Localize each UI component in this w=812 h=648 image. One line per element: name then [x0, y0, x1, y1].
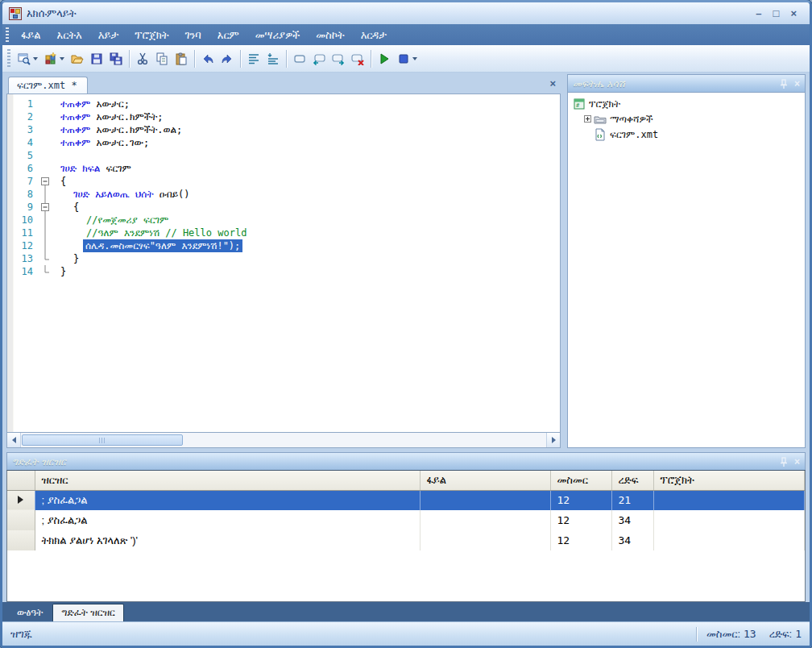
tree-item-0[interactable]: #ፕሮጀክት	[570, 96, 803, 111]
status-line-label: መስመር:	[706, 628, 740, 641]
toolbar-grip	[7, 49, 10, 68]
save-button[interactable]	[88, 48, 106, 69]
menu-item-0[interactable]: ፋይል	[13, 27, 49, 44]
status-column-label: ረድፍ:	[769, 628, 792, 641]
pin-icon[interactable]	[780, 79, 788, 89]
close-panel-icon[interactable]: ×	[794, 79, 800, 89]
error-col-0[interactable]: ዝርዝር	[35, 471, 420, 490]
error-col-4[interactable]: ፕሮጀክት	[653, 471, 805, 490]
status-ready: ዝግጁ	[10, 628, 32, 641]
error-row-2[interactable]: ትክክል ያልሆነ አገላለጽ ')'1234	[7, 530, 805, 550]
format-selection-button[interactable]	[264, 48, 282, 69]
save-all-button[interactable]	[107, 48, 125, 69]
fold-margin	[39, 98, 51, 110]
code-line[interactable]: 12ሰሌዳ.መስመርፃፍ"ዓለም እንደምነሽ!");	[7, 239, 560, 252]
line-number: 13	[7, 252, 39, 265]
line-number: 1	[7, 98, 39, 110]
toggle-bookmark-button[interactable]	[291, 48, 309, 69]
error-row-0[interactable]: ; ያስፈልጋል1221	[7, 490, 805, 510]
line-number: 14	[7, 265, 39, 278]
code-text: }	[51, 265, 66, 278]
open-file-button[interactable]	[68, 48, 86, 69]
paste-button[interactable]	[172, 48, 190, 69]
error-col-3[interactable]: ረድፍ	[611, 471, 653, 490]
format-document-button[interactable]	[245, 48, 263, 69]
scroll-right-icon[interactable]	[546, 433, 560, 447]
dropdown-caret-icon[interactable]	[33, 57, 38, 60]
fold-margin	[39, 162, 51, 175]
copy-button[interactable]	[153, 48, 171, 69]
code-line[interactable]: 10//የመጀመሪያ ፍርገም	[7, 214, 560, 226]
maximize-button-icon[interactable]: □	[773, 7, 780, 20]
menu-item-4[interactable]: ገንባ	[177, 27, 209, 44]
menu-item-3[interactable]: ፕሮጀክት	[126, 27, 176, 44]
code-text: ገሀድ አይለወጤ ህሰት ዐብይ()	[51, 188, 190, 201]
code-line[interactable]: 2ተጠቀም አውታር.ክምችት;	[7, 110, 560, 123]
title-bar: አክሱምላይት – □ ×	[2, 2, 810, 24]
next-bookmark-button[interactable]	[329, 48, 347, 69]
minimize-button-icon[interactable]: –	[756, 7, 761, 20]
editor-tab[interactable]: ፍርገም.xmt *	[8, 77, 88, 93]
status-line-value: 13	[744, 628, 756, 640]
horizontal-scrollbar[interactable]	[6, 433, 561, 448]
code-line[interactable]: 8ገሀድ አይለወጤ ህሰት ዐብይ()	[7, 188, 560, 201]
dropdown-caret-icon[interactable]	[60, 57, 64, 60]
error-row-1[interactable]: ; ያስፈልጋል1234	[7, 510, 805, 530]
code-line[interactable]: 4ተጠቀም አውታር.ገው;	[7, 136, 560, 149]
fold-margin	[39, 149, 51, 162]
menu-item-7[interactable]: መስኮት	[308, 27, 352, 44]
menu-item-8[interactable]: እርዳታ	[353, 27, 395, 44]
fold-margin	[39, 188, 51, 201]
main-area: ፍርገም.xmt * × 1ተጠቀም አውታር;2ተጠቀም አውታር.ክምችት;…	[2, 73, 810, 451]
menu-item-6[interactable]: መሣሪያዎች	[247, 27, 309, 44]
clear-bookmarks-button[interactable]	[349, 48, 367, 69]
previous-bookmark-button[interactable]	[310, 48, 328, 69]
code-line[interactable]: 5	[7, 149, 560, 162]
dropdown-caret-icon[interactable]	[412, 57, 417, 60]
tree-item-2[interactable]: ፍርገም.xmt	[570, 127, 803, 142]
menu-item-1[interactable]: አርትእ	[49, 27, 90, 44]
stop-button[interactable]	[395, 48, 420, 69]
scroll-left-icon[interactable]	[7, 433, 21, 447]
cut-button[interactable]	[134, 48, 151, 69]
code-line[interactable]: 14}	[7, 265, 560, 278]
menu-item-2[interactable]: እይታ	[90, 27, 126, 44]
add-new-item-button[interactable]	[42, 48, 67, 69]
status-bar: ዝግጁ መስመር: 13 ረድፍ: 1	[2, 621, 810, 646]
fold-toggle-icon[interactable]	[39, 201, 51, 214]
close-panel-icon[interactable]: ×	[794, 457, 800, 467]
code-text: }	[51, 252, 79, 265]
code-line[interactable]: 11//ዓለም እንደምነሽ // Hello world	[7, 226, 560, 239]
tree-expander-icon[interactable]	[584, 115, 591, 123]
code-text: ተጠቀም አውታር.ክምችት.ወል;	[51, 123, 182, 136]
code-editor[interactable]: 1ተጠቀም አውታር;2ተጠቀም አውታር.ክምችት;3ተጠቀም አውታር.ክም…	[6, 93, 561, 433]
tree-item-1[interactable]: ማጣቀሻዎች	[570, 111, 803, 127]
code-line[interactable]: 3ተጠቀም አውታር.ክምችት.ወል;	[7, 123, 560, 136]
tool-window-tab-0[interactable]: ውፅዓት	[9, 604, 51, 621]
redo-button[interactable]	[218, 48, 236, 69]
app-icon	[9, 7, 22, 20]
start-run-button[interactable]	[375, 48, 393, 69]
code-line[interactable]: 13}	[7, 252, 560, 265]
fold-toggle-icon[interactable]	[39, 175, 51, 188]
undo-button[interactable]	[199, 48, 217, 69]
code-text: //የመጀመሪያ ፍርገም	[51, 214, 168, 226]
code-line[interactable]: 6ገሀድ ክፍል ፍርገም	[7, 162, 560, 175]
error-list-header: ግድፈት ዝርዝር ×	[6, 452, 806, 470]
view-designer-button[interactable]	[15, 48, 40, 69]
code-text: ሰሌዳ.መስመርፃፍ"ዓለም እንደምነሽ!");	[51, 239, 242, 252]
scrollbar-thumb[interactable]	[22, 434, 183, 446]
error-col-1[interactable]: ፋይል	[420, 471, 550, 490]
code-file-icon	[594, 128, 607, 141]
tool-window-tab-1[interactable]: ግድፈት ዝርዝር	[52, 604, 123, 621]
close-document-icon[interactable]: ×	[549, 77, 556, 89]
error-col-2[interactable]: መስመር	[550, 471, 611, 490]
close-button-icon[interactable]: ×	[790, 7, 797, 20]
code-line[interactable]: 7{	[7, 175, 560, 188]
line-number: 8	[7, 188, 39, 201]
menu-item-5[interactable]: አርም	[209, 27, 247, 44]
pin-icon[interactable]	[780, 457, 788, 467]
code-line[interactable]: 1ተጠቀም አውታር;	[7, 98, 560, 110]
code-line[interactable]: 9{	[7, 201, 560, 214]
app-window: አክሱምላይት – □ × ፋይልአርትእእይታፕሮጀክትገንባአርምመሣሪያዎ…	[0, 0, 812, 648]
